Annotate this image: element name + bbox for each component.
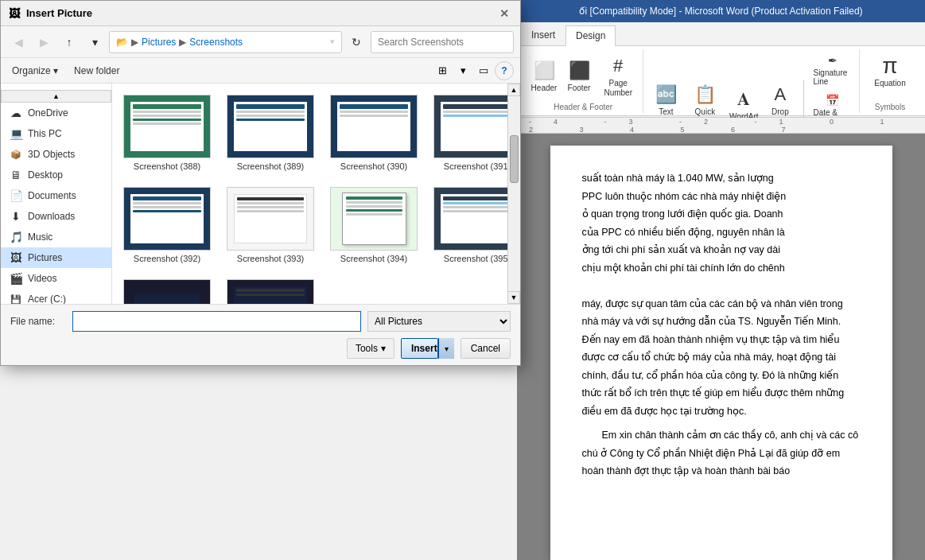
filename-row: File name: All Pictures — [10, 311, 511, 332]
nav-up-button[interactable]: ↑ — [58, 31, 80, 53]
dialog-title-text: Insert Picture — [26, 7, 92, 19]
thumb-content-392 — [130, 194, 204, 243]
file-item-390[interactable]: Screenshot (390) — [325, 90, 422, 176]
sidebar-label-downloads: Downloads — [28, 211, 75, 222]
nav-refresh-button[interactable]: ↻ — [345, 31, 367, 53]
breadcrumb-pictures[interactable]: Pictures — [142, 37, 176, 48]
file-item-393[interactable]: Screenshot (393) — [222, 182, 319, 268]
sidebar-label-documents: Documents — [28, 190, 76, 201]
filetype-select[interactable]: All Pictures — [367, 311, 511, 332]
search-input[interactable] — [371, 31, 514, 53]
file-thumb-405 — [123, 279, 211, 304]
file-item-392[interactable]: Screenshot (392) — [119, 182, 216, 268]
file-item-388[interactable]: Screenshot (388) — [119, 90, 216, 176]
preview-button[interactable]: ▭ — [474, 61, 493, 80]
file-thumb-390 — [330, 95, 418, 158]
file-label-394: Screenshot (394) — [340, 254, 407, 263]
breadcrumb: 📂 ▶ Pictures ▶ Screenshots — [116, 37, 243, 48]
files-scroll-down[interactable]: ▼ — [507, 291, 520, 304]
file-grid: Screenshot (388) Screenshot (389) — [119, 90, 514, 304]
sidebar-item-documents[interactable]: 📄 Documents — [1, 185, 111, 206]
thumb-content-393 — [234, 194, 307, 243]
tools-button[interactable]: Tools ▾ — [347, 338, 394, 359]
downloads-icon: ⬇ — [9, 209, 23, 224]
sidebar-item-music[interactable]: 🎵 Music — [1, 227, 111, 247]
videos-icon: 🎬 — [9, 271, 23, 286]
files-scrollbar: ▲ ▼ — [507, 84, 520, 304]
view-dropdown-button[interactable]: ▾ — [453, 61, 472, 80]
file-thumb-389 — [227, 95, 314, 158]
onedrive-icon: ☁ — [9, 106, 23, 120]
sidebar-scroll-up[interactable]: ▲ — [1, 90, 111, 103]
sidebar-item-thispc[interactable]: 💻 This PC — [1, 123, 111, 144]
thumb-content-394 — [342, 192, 406, 245]
thumb-content-405 — [130, 286, 204, 304]
nav-forward-button[interactable]: ▶ — [33, 31, 55, 53]
tools-label: Tools — [356, 343, 378, 354]
organize-arrow: ▾ — [53, 65, 58, 76]
breadcrumb-root[interactable]: 📂 — [116, 37, 128, 48]
file-item-389[interactable]: Screenshot (389) — [222, 90, 319, 176]
dialog-titlebar: 🖼 Insert Picture ✕ — [1, 1, 520, 26]
insert-button[interactable]: Insert — [401, 338, 438, 359]
dialog-files: ▲ ▼ — [112, 84, 520, 304]
nav-recent-button[interactable]: ▾ — [84, 31, 106, 53]
tools-arrow: ▾ — [381, 343, 386, 354]
sidebar-label-onedrive: OneDrive — [28, 107, 68, 119]
sidebar-item-pictures[interactable]: 🖼 Pictures — [1, 247, 111, 268]
scrollbar-thumb[interactable] — [510, 135, 519, 183]
dialog-bottom: File name: All Pictures Tools ▾ Insert ▾ — [1, 304, 520, 365]
thumb-content-391 — [441, 102, 514, 151]
address-dropdown-arrow[interactable]: ▾ — [330, 37, 335, 47]
sidebar-label-thispc: This PC — [28, 128, 62, 139]
dialog-toolbar: Organize ▾ New folder ⊞ ▾ ▭ ? — [1, 58, 520, 84]
thumb-content-395 — [441, 194, 514, 243]
file-label-392: Screenshot (392) — [134, 254, 200, 263]
breadcrumb-screenshots[interactable]: Screenshots — [189, 37, 243, 48]
sidebar-item-3dobjects[interactable]: 📦 3D Objects — [1, 144, 111, 165]
dialog-close-button[interactable]: ✕ — [496, 6, 512, 21]
dialog-title-icon: 🖼 — [9, 7, 20, 20]
sidebar-item-acerc[interactable]: 💾 Acer (C:) — [1, 289, 111, 304]
thispc-icon: 💻 — [9, 126, 23, 141]
organize-button[interactable]: Organize ▾ — [7, 64, 63, 78]
breadcrumb-sep-2: ▶ — [179, 37, 186, 48]
music-icon: 🎵 — [9, 230, 23, 244]
sidebar-item-desktop[interactable]: 🖥 Desktop — [1, 165, 111, 185]
3dobjects-icon: 📦 — [9, 147, 23, 161]
new-folder-button[interactable]: New folder — [69, 64, 124, 78]
file-item-391[interactable]: Screenshot (391) — [429, 90, 520, 176]
filename-input[interactable] — [72, 311, 361, 332]
file-label-388: Screenshot (388) — [134, 161, 200, 171]
file-thumb-392 — [123, 187, 211, 251]
documents-icon: 📄 — [9, 189, 23, 203]
file-label-391: Screenshot (391) — [444, 161, 511, 171]
sidebar-item-videos[interactable]: 🎬 Videos — [1, 268, 111, 289]
insert-button-group: Insert ▾ — [401, 338, 454, 359]
dialog-main-content: ▲ ☁ OneDrive 💻 This PC 📦 3D Objects 🖥 De… — [1, 84, 520, 304]
file-thumb-406 — [227, 279, 314, 304]
view-change-button[interactable]: ⊞ — [433, 61, 452, 80]
desktop-icon: 🖥 — [9, 168, 23, 182]
sidebar-label-pictures: Pictures — [28, 252, 62, 263]
file-item-405[interactable]: Screenshot (405) — [119, 274, 216, 304]
file-item-395[interactable]: Screenshot (395) — [429, 182, 520, 268]
new-folder-label: New folder — [74, 65, 119, 76]
insert-dropdown-arrow[interactable]: ▾ — [438, 338, 454, 359]
files-scroll-up[interactable]: ▲ — [507, 84, 520, 96]
thumb-content-406 — [234, 286, 307, 304]
thumb-content-388 — [130, 102, 204, 151]
nav-back-button[interactable]: ◀ — [7, 31, 29, 53]
file-label-395: Screenshot (395) — [444, 254, 511, 263]
help-button[interactable]: ? — [495, 61, 514, 80]
file-item-406[interactable]: Screenshot (406) — [222, 274, 319, 304]
sidebar-item-onedrive[interactable]: ☁ OneDrive — [1, 103, 111, 123]
sidebar-label-videos: Videos — [28, 273, 56, 284]
sidebar-label-desktop: Desktop — [28, 169, 63, 181]
cancel-button[interactable]: Cancel — [461, 338, 511, 359]
insert-picture-dialog: 🖼 Insert Picture ✕ ◀ ▶ ↑ ▾ 📂 ▶ Pictures … — [0, 0, 521, 366]
file-thumb-388 — [123, 95, 211, 158]
file-label-390: Screenshot (390) — [340, 161, 407, 171]
file-item-394[interactable]: Screenshot (394) — [325, 182, 422, 268]
sidebar-item-downloads[interactable]: ⬇ Downloads — [1, 206, 111, 227]
